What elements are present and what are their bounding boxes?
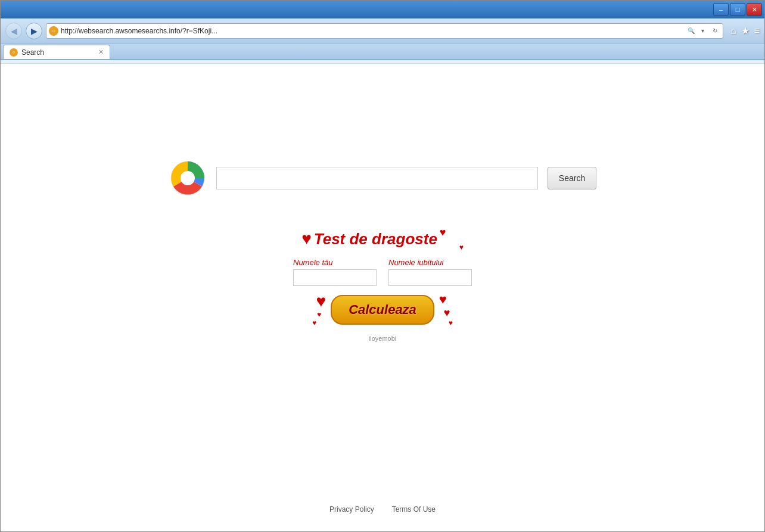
tab-title: Search [21, 48, 44, 57]
love-field-yours: Numele tău [293, 258, 377, 286]
heart-icon-left: ♥ [301, 231, 312, 247]
navigation-bar: ◀ ▶ ○ http://websearch.awsomesearchs.inf… [1, 18, 764, 43]
heart-right-1: ♥ [439, 293, 447, 306]
label-your-name: Numele tău [293, 258, 377, 267]
nav-icons-right: ⌂ ★ ≡ [727, 25, 760, 36]
search-input[interactable] [216, 167, 538, 189]
title-bar-controls: – □ ✕ [713, 3, 762, 16]
svg-point-1 [181, 171, 195, 185]
forward-button[interactable]: ▶ [26, 23, 42, 39]
heart-left-1: ♥ [316, 293, 326, 310]
search-button[interactable]: Search [548, 167, 596, 189]
terms-of-use-link[interactable]: Terms Of Use [392, 505, 436, 514]
love-fields-row: Numele tău Numele iubitului [293, 258, 472, 286]
address-text: http://websearch.awsomesearchs.info/?r=S… [61, 27, 683, 35]
refresh-icon[interactable]: ↻ [710, 26, 720, 36]
heart-left-2: ♥ [317, 311, 321, 318]
input-your-name[interactable] [293, 269, 377, 286]
love-title-row: ♥ Test de dragoste ♥ ♥ [301, 227, 464, 251]
love-title: Test de dragoste [314, 230, 437, 248]
label-partner-name: Numele iubitului [388, 258, 472, 267]
ilove-watermark: iloyemobi [369, 335, 396, 342]
site-logo [169, 159, 207, 197]
search-icon[interactable]: 🔍 [686, 26, 696, 36]
close-button[interactable]: ✕ [747, 3, 762, 16]
page-content: Search ♥ Test de dragoste ♥ ♥ Numele tău [1, 64, 764, 531]
menu-icon[interactable]: ≡ [754, 26, 760, 36]
input-partner-name[interactable] [388, 269, 472, 286]
heart-left-3: ♥ [312, 319, 316, 326]
heart-icon-top-right: ♥ [440, 227, 446, 238]
back-button[interactable]: ◀ [5, 23, 22, 39]
favorites-icon[interactable]: ★ [741, 25, 750, 36]
privacy-policy-link[interactable]: Privacy Policy [329, 505, 374, 514]
hearts-right: ♥ ♥ ♥ [439, 293, 453, 326]
tab-search[interactable]: ○ Search ✕ [3, 45, 110, 59]
restore-button[interactable]: □ [730, 3, 745, 16]
address-bar[interactable]: ○ http://websearch.awsomesearchs.info/?r… [46, 23, 723, 39]
minimize-button[interactable]: – [713, 3, 729, 16]
heart-icon-bottom-right: ♥ [459, 244, 464, 251]
title-bar: – □ ✕ [1, 1, 764, 18]
address-favicon: ○ [49, 26, 58, 36]
home-icon[interactable]: ⌂ [730, 26, 736, 36]
love-widget: ♥ Test de dragoste ♥ ♥ Numele tău Numele… [293, 227, 472, 342]
address-actions: 🔍 ▾ ↻ [686, 26, 720, 36]
page-footer: Privacy Policy Terms Of Use [329, 493, 436, 531]
calculeaza-button[interactable]: Calculeaza [331, 295, 434, 325]
tab-close-button[interactable]: ✕ [98, 48, 104, 56]
hearts-left: ♥ ♥ ♥ [312, 293, 326, 326]
search-section: Search [169, 159, 596, 197]
tab-favicon: ○ [10, 48, 18, 57]
heart-right-3: ♥ [449, 319, 453, 326]
heart-right-2: ♥ [444, 307, 450, 318]
btn-area: ♥ ♥ ♥ Calculeaza ♥ ♥ ♥ [312, 293, 453, 326]
tab-bar: ○ Search ✕ [1, 43, 764, 60]
dropdown-icon[interactable]: ▾ [698, 26, 708, 36]
love-field-partner: Numele iubitului [388, 258, 472, 286]
